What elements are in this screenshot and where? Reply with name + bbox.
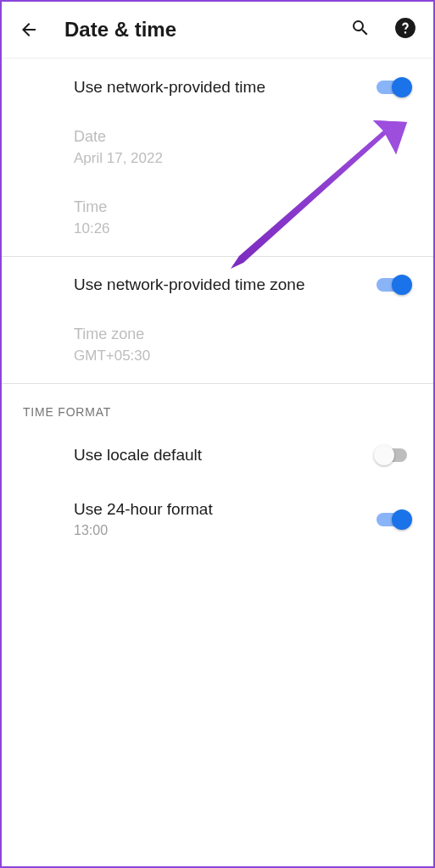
- network-timezone-row[interactable]: Use network-provided time zone: [2, 257, 433, 313]
- time-label: Time: [74, 198, 412, 216]
- network-time-toggle[interactable]: [376, 76, 412, 98]
- date-label: Date: [74, 128, 412, 146]
- use-24hour-toggle[interactable]: [376, 509, 412, 531]
- locale-default-toggle[interactable]: [376, 444, 412, 466]
- search-icon[interactable]: [350, 18, 371, 42]
- help-icon[interactable]: [394, 17, 416, 42]
- back-button[interactable]: [19, 19, 39, 40]
- use-24hour-row[interactable]: Use 24-hour format 13:00: [2, 483, 433, 555]
- timezone-label: Time zone: [74, 326, 412, 343]
- network-timezone-toggle[interactable]: [376, 274, 412, 296]
- date-value: April 17, 2022: [74, 150, 412, 167]
- date-row: Date April 17, 2022: [2, 115, 433, 186]
- network-time-label: Use network-provided time: [74, 78, 376, 97]
- network-timezone-label: Use network-provided time zone: [74, 275, 376, 294]
- time-row: Time 10:26: [2, 186, 433, 256]
- timezone-row: Time zone GMT+05:30: [2, 313, 433, 383]
- timezone-value: GMT+05:30: [74, 348, 412, 364]
- use-24hour-value: 13:00: [74, 523, 376, 538]
- page-title: Date & time: [64, 18, 325, 42]
- time-value: 10:26: [74, 220, 412, 237]
- locale-default-label: Use locale default: [74, 446, 376, 465]
- use-24hour-label: Use 24-hour format: [74, 500, 376, 519]
- time-format-header: TIME FORMAT: [2, 384, 433, 427]
- network-time-row[interactable]: Use network-provided time: [2, 59, 433, 115]
- locale-default-row[interactable]: Use locale default: [2, 427, 433, 483]
